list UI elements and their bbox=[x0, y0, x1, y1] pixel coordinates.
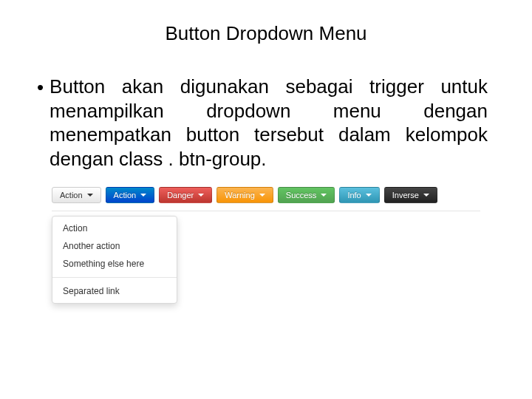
dropdown-item[interactable]: Separated link bbox=[52, 282, 177, 300]
dropdown-button-inverse[interactable]: Inverse bbox=[384, 187, 437, 203]
dropdown-item[interactable]: Action bbox=[52, 219, 177, 237]
caret-down-icon bbox=[259, 194, 265, 197]
dropdown-item[interactable]: Another action bbox=[52, 237, 177, 255]
button-label: Danger bbox=[167, 191, 194, 200]
dropdown-button-default[interactable]: Action bbox=[52, 187, 101, 203]
button-label: Success bbox=[286, 191, 317, 200]
example-area: Action Action Danger Warning Success Inf… bbox=[52, 184, 480, 304]
caret-down-icon bbox=[87, 194, 93, 197]
dropdown-menu: Action Another action Something else her… bbox=[52, 216, 177, 304]
caret-down-icon bbox=[321, 194, 327, 197]
dropdown-item[interactable]: Something else here bbox=[52, 255, 177, 273]
caret-down-icon bbox=[140, 194, 146, 197]
caret-down-icon bbox=[198, 194, 204, 197]
bullet-item: • Button akan digunakan sebagai trigger … bbox=[30, 75, 502, 171]
button-label: Action bbox=[114, 191, 137, 200]
button-label: Warning bbox=[225, 191, 255, 200]
dropdown-divider bbox=[52, 277, 177, 278]
button-label: Action bbox=[60, 191, 83, 200]
caret-down-icon bbox=[423, 194, 429, 197]
bullet-text: Button akan digunakan sebagai trigger un… bbox=[50, 75, 488, 171]
button-row: Action Action Danger Warning Success Inf… bbox=[52, 184, 480, 211]
button-label: Inverse bbox=[392, 191, 419, 200]
dropdown-button-danger[interactable]: Danger bbox=[159, 187, 212, 203]
dropdown-button-warning[interactable]: Warning bbox=[216, 187, 273, 203]
bullet-marker: • bbox=[37, 75, 44, 99]
dropdown-button-success[interactable]: Success bbox=[278, 187, 335, 203]
dropdown-button-info[interactable]: Info bbox=[339, 187, 379, 203]
button-label: Info bbox=[347, 191, 361, 200]
slide-title: Button Dropdown Menu bbox=[30, 22, 502, 45]
caret-down-icon bbox=[366, 194, 372, 197]
dropdown-button-primary[interactable]: Action bbox=[106, 187, 155, 203]
